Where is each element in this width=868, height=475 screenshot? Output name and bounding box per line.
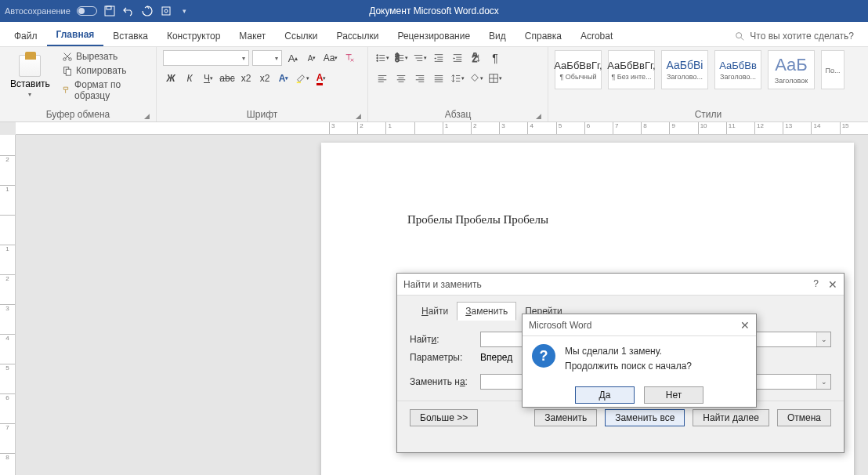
find-dialog-title: Найти и заменить <box>403 279 482 290</box>
menu-file[interactable]: Файл <box>5 26 47 46</box>
chevron-down-icon[interactable]: ⌄ <box>816 332 830 346</box>
horizontal-ruler[interactable]: 321123456789101112131415 <box>16 122 868 135</box>
paragraph-dialog-launcher-icon[interactable]: ◢ <box>536 112 541 120</box>
menubar: Файл Главная Вставка Конструктор Макет С… <box>0 22 868 47</box>
decrease-indent-button[interactable] <box>431 50 447 66</box>
svg-rect-2 <box>162 7 170 15</box>
document-title: Документ Microsoft Word.docx <box>369 5 499 16</box>
titlebar: Автосохранение ▾ Документ Microsoft Word… <box>0 0 868 22</box>
autosave-label: Автосохранение <box>5 6 71 16</box>
style-no-spacing[interactable]: АаБбВвГг,¶ Без инте... <box>608 50 655 89</box>
close-icon[interactable]: ✕ <box>828 278 837 291</box>
copy-button[interactable]: Копировать <box>60 64 150 77</box>
clipboard-group-label: Буфер обмена <box>46 109 110 120</box>
clear-formatting-button[interactable] <box>342 50 357 66</box>
menu-help[interactable]: Справка <box>515 26 571 46</box>
styles-gallery[interactable]: АаБбВвГг,¶ Обычный АаБбВвГг,¶ Без инте..… <box>555 50 862 89</box>
more-button[interactable]: Больше >> <box>410 409 478 426</box>
svg-text:3: 3 <box>395 54 400 63</box>
style-heading2[interactable]: АаБбВвЗаголово... <box>714 50 761 89</box>
close-icon[interactable]: ✕ <box>740 319 750 332</box>
replace-with-label: Заменить на: <box>410 376 480 387</box>
tell-me-label: Что вы хотите сделать? <box>750 31 854 42</box>
align-right-button[interactable] <box>412 71 428 86</box>
grow-font-button[interactable]: A▴ <box>285 50 301 66</box>
help-icon[interactable]: ? <box>813 278 819 291</box>
undo-icon[interactable] <box>122 5 135 17</box>
increase-indent-button[interactable] <box>450 50 465 66</box>
align-center-button[interactable] <box>393 71 409 86</box>
menu-design[interactable]: Конструктор <box>157 26 230 46</box>
bullets-button[interactable]: ▾ <box>374 50 390 66</box>
font-color-button[interactable]: A▾ <box>313 71 329 86</box>
svg-point-3 <box>165 9 168 13</box>
params-label: Параметры: <box>410 352 480 363</box>
no-button[interactable]: Нет <box>644 386 703 404</box>
ribbon: Вставить ▾ Вырезать Копировать Формат по… <box>0 47 868 122</box>
sort-button[interactable]: AZ <box>468 50 484 66</box>
style-more[interactable]: По... <box>821 50 844 89</box>
menu-review[interactable]: Рецензирование <box>388 26 479 46</box>
chevron-down-icon[interactable]: ⌄ <box>816 375 830 389</box>
cancel-button[interactable]: Отмена <box>777 409 831 426</box>
style-heading1[interactable]: АаБбВіЗаголово... <box>661 50 708 89</box>
subscript-button[interactable]: x2 <box>238 71 254 86</box>
borders-button[interactable]: ▾ <box>487 71 503 86</box>
bold-button[interactable]: Ж <box>163 71 179 86</box>
font-dialog-launcher-icon[interactable]: ◢ <box>356 112 361 120</box>
menu-view[interactable]: Вид <box>479 26 515 46</box>
show-marks-button[interactable]: ¶ <box>487 50 503 66</box>
format-painter-button[interactable]: Формат по образцу <box>60 78 150 102</box>
paste-button[interactable]: Вставить ▾ <box>6 53 54 100</box>
cut-button[interactable]: Вырезать <box>60 50 150 63</box>
find-what-label: Найти: <box>410 334 480 345</box>
justify-button[interactable] <box>431 71 447 86</box>
text-effects-button[interactable]: A▾ <box>276 71 291 86</box>
tab-replace[interactable]: Заменить <box>457 302 516 321</box>
menu-acrobat[interactable]: Acrobat <box>571 26 622 46</box>
svg-rect-1 <box>107 6 111 9</box>
question-icon: ? <box>532 344 555 368</box>
shrink-font-button[interactable]: A▾ <box>304 50 320 66</box>
yes-button[interactable]: Да <box>575 386 635 404</box>
menu-home[interactable]: Главная <box>47 24 104 46</box>
strikethrough-button[interactable]: abc <box>219 71 235 86</box>
line-spacing-button[interactable]: ▾ <box>450 71 465 86</box>
underline-button[interactable]: Ч▾ <box>201 71 216 86</box>
svg-point-11 <box>377 57 378 59</box>
styles-group-label: Стили <box>695 109 722 120</box>
params-value: Вперед <box>480 352 512 363</box>
italic-button[interactable]: К <box>182 71 197 86</box>
tab-find[interactable]: Найти <box>413 302 457 321</box>
highlight-button[interactable]: ▾ <box>295 71 310 86</box>
menu-mailings[interactable]: Рассылки <box>327 26 389 46</box>
qat-dropdown-icon[interactable]: ▾ <box>179 5 191 17</box>
clipboard-dialog-launcher-icon[interactable]: ◢ <box>144 112 150 120</box>
align-left-button[interactable] <box>374 71 390 86</box>
style-normal[interactable]: АаБбВвГг,¶ Обычный <box>555 50 602 89</box>
menu-insert[interactable]: Вставка <box>103 26 157 46</box>
font-group-label: Шрифт <box>247 109 277 120</box>
touch-icon[interactable] <box>160 5 172 17</box>
change-case-button[interactable]: Aa▾ <box>323 50 338 66</box>
svg-point-12 <box>377 60 378 62</box>
font-name-combo[interactable]: ▾ <box>163 50 249 66</box>
save-icon[interactable] <box>103 5 116 17</box>
superscript-button[interactable]: x2 <box>257 71 273 86</box>
numbering-button[interactable]: 123▾ <box>393 50 409 66</box>
autosave-toggle[interactable] <box>77 6 97 16</box>
menu-references[interactable]: Ссылки <box>275 26 327 46</box>
shading-button[interactable]: ▾ <box>468 71 484 86</box>
font-size-combo[interactable]: ▾ <box>252 50 282 66</box>
document-text[interactable]: Пробелы Пробелы Пробелы <box>407 213 548 227</box>
svg-point-10 <box>377 55 378 56</box>
message-dialog-title: Microsoft Word <box>529 320 591 331</box>
multilevel-list-button[interactable]: ▾ <box>412 50 428 66</box>
style-title[interactable]: АаБЗаголовок <box>768 50 815 89</box>
message-text: Мы сделали 1 замену. Продолжить поиск с … <box>565 344 692 374</box>
menu-layout[interactable]: Макет <box>230 26 275 46</box>
vertical-ruler[interactable]: 2112345678 <box>0 135 16 475</box>
tell-me-search[interactable]: Что вы хотите сделать? <box>725 26 863 46</box>
redo-icon[interactable] <box>141 5 154 17</box>
message-dialog: Microsoft Word ✕ ? Мы сделали 1 замену. … <box>522 314 757 408</box>
